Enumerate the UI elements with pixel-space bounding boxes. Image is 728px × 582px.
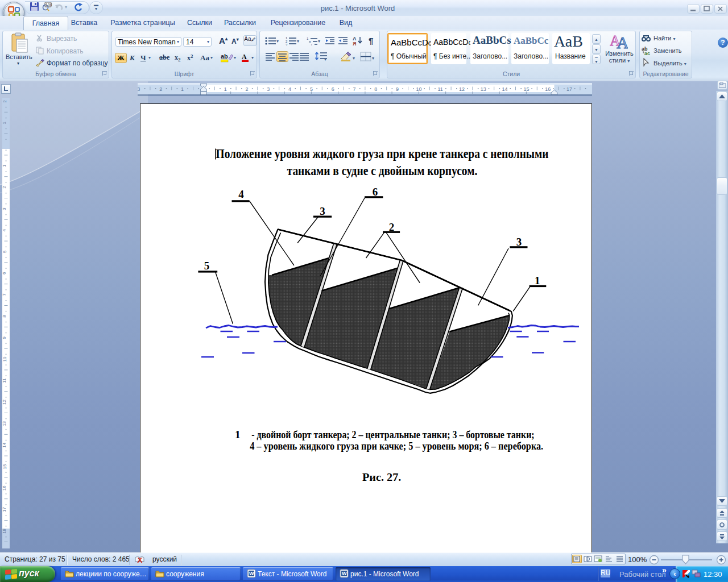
svg-text:W: W: [342, 571, 347, 576]
svg-text:3: 3: [516, 236, 522, 248]
svg-text:ab: ab: [221, 53, 228, 60]
svg-text:6: 6: [332, 86, 334, 92]
svg-text:▾: ▾: [276, 39, 279, 44]
svg-text:1: 1: [181, 86, 184, 92]
svg-text:1: 1: [235, 429, 241, 440]
svg-text:2: 2: [245, 86, 248, 92]
svg-text:▾: ▾: [324, 57, 326, 61]
svg-text:▾: ▾: [353, 56, 355, 61]
svg-text:Рис. 27.: Рис. 27.: [362, 471, 402, 483]
svg-text:А: А: [242, 53, 247, 61]
svg-text:ac: ac: [644, 51, 650, 55]
svg-text:9: 9: [396, 86, 399, 92]
svg-text:14: 14: [502, 86, 508, 92]
svg-text:i: i: [311, 43, 312, 45]
svg-text:5: 5: [310, 86, 313, 92]
svg-text:Положение уровня жидкого груза: Положение уровня жидкого груза при крене…: [216, 147, 549, 161]
svg-text:7: 7: [353, 86, 355, 92]
svg-text:▾: ▾: [297, 39, 299, 44]
svg-text:A: A: [617, 33, 628, 49]
svg-text:13: 13: [481, 86, 486, 92]
svg-text:1: 1: [224, 86, 227, 92]
svg-text:1: 1: [535, 275, 540, 286]
svg-text:3: 3: [320, 205, 325, 217]
svg-text:2: 2: [389, 221, 395, 233]
svg-text:6: 6: [373, 186, 378, 198]
svg-text:15: 15: [523, 86, 529, 92]
svg-text:12: 12: [459, 86, 465, 92]
svg-text:3: 3: [267, 86, 270, 92]
svg-text:5: 5: [204, 260, 210, 272]
svg-text:8: 8: [374, 86, 377, 92]
svg-text:▾: ▾: [318, 39, 320, 44]
svg-text:10: 10: [416, 86, 421, 92]
svg-text:4: 4: [288, 86, 291, 92]
svg-text:Я: Я: [353, 41, 356, 46]
svg-text:16: 16: [545, 86, 551, 92]
svg-text:- двойной борт танкера; 2 – це: - двойной борт танкера; 2 – центральные …: [251, 429, 534, 440]
svg-text:танками в судне с двойным корп: танками в судне с двойным корпусом.: [287, 164, 478, 178]
svg-text:2: 2: [159, 86, 162, 92]
svg-text:4: 4: [238, 188, 244, 200]
svg-text:▾: ▾: [372, 56, 374, 61]
svg-text:3: 3: [286, 43, 288, 45]
svg-text:4 – уровень жидкого груза при: 4 – уровень жидкого груза при качке; 5 –…: [250, 440, 543, 452]
svg-text:3: 3: [138, 86, 140, 92]
svg-text:W: W: [249, 571, 254, 576]
svg-text:17: 17: [566, 86, 572, 92]
svg-text:11: 11: [438, 86, 443, 92]
